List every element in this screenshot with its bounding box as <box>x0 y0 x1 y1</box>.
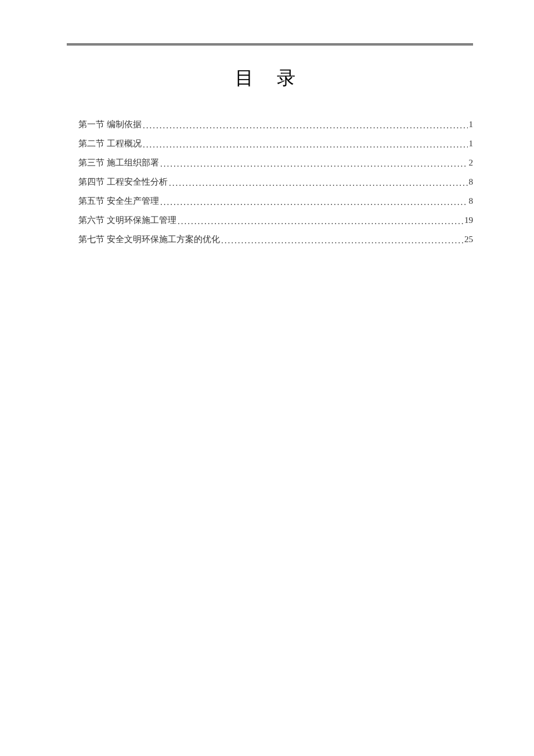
toc-heading: 目 录 <box>67 66 473 91</box>
toc-entry-title: 编制依据 <box>107 119 142 130</box>
toc-page-number: 1 <box>469 120 474 129</box>
toc-item: 第七节 安全文明环保施工方案的优化 25 <box>78 234 473 245</box>
toc-section-label: 第四节 <box>78 177 104 188</box>
toc-leader-dots <box>160 159 468 169</box>
toc-leader-dots <box>178 217 463 226</box>
toc-page-number: 25 <box>464 235 473 244</box>
toc-section-label: 第三节 <box>78 157 104 168</box>
toc-entry-title: 工程概况 <box>107 138 142 149</box>
toc-leader-dots <box>143 121 468 131</box>
toc-section-label: 第六节 <box>78 215 104 226</box>
toc-item: 第一节 编制依据 1 <box>78 119 473 130</box>
toc-entry-title: 文明环保施工管理 <box>107 215 176 226</box>
toc-page-number: 8 <box>469 177 474 187</box>
toc-page-number: 2 <box>469 158 474 168</box>
toc-entry-title: 施工组织部署 <box>107 157 159 168</box>
toc-page-number: 19 <box>464 215 473 225</box>
toc-entry-title: 安全文明环保施工方案的优化 <box>107 234 220 245</box>
document-page: 目 录 第一节 编制依据 1 第二节 工程概况 1 第三节 施工组织部署 2 第… <box>0 0 534 245</box>
toc-entry-title: 安全生产管理 <box>107 196 159 207</box>
toc-section-label: 第五节 <box>78 196 104 207</box>
toc-page-number: 1 <box>469 139 474 149</box>
toc-leader-dots <box>143 140 468 150</box>
toc-section-label: 第七节 <box>78 234 104 245</box>
toc-list: 第一节 编制依据 1 第二节 工程概况 1 第三节 施工组织部署 2 第四节 工… <box>67 119 473 245</box>
toc-item: 第五节 安全生产管理 8 <box>78 196 473 207</box>
toc-entry-title: 工程安全性分析 <box>107 177 168 188</box>
toc-page-number: 8 <box>469 196 474 206</box>
toc-item: 第六节 文明环保施工管理 19 <box>78 215 473 226</box>
toc-section-label: 第二节 <box>78 138 104 149</box>
toc-section-label: 第一节 <box>78 119 104 130</box>
header-divider <box>67 44 473 45</box>
toc-item: 第二节 工程概况 1 <box>78 138 473 149</box>
toc-leader-dots <box>221 236 463 246</box>
toc-leader-dots <box>169 178 468 188</box>
toc-item: 第四节 工程安全性分析 8 <box>78 177 473 188</box>
toc-leader-dots <box>160 197 468 207</box>
toc-item: 第三节 施工组织部署 2 <box>78 157 473 168</box>
